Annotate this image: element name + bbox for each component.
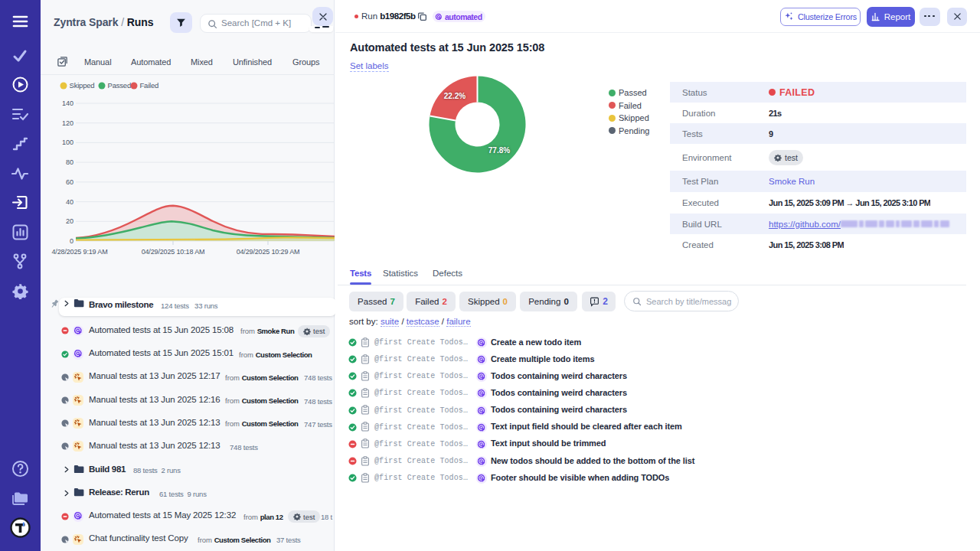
svg-text:80: 80 — [66, 158, 74, 166]
svg-text:4/28/2025 9:19 AM: 4/28/2025 9:19 AM — [51, 248, 107, 256]
svg-text:0: 0 — [70, 237, 74, 245]
svg-text:77.8%: 77.8% — [488, 146, 510, 155]
svg-text:140: 140 — [62, 99, 74, 107]
svg-text:Failed: Failed — [140, 81, 159, 90]
svg-text:Skipped: Skipped — [70, 81, 95, 90]
svg-text:120: 120 — [62, 119, 74, 127]
svg-text:Passed: Passed — [108, 81, 132, 90]
svg-text:100: 100 — [62, 139, 74, 146]
svg-text:60: 60 — [66, 178, 74, 186]
svg-text:04/29/2025 10:18 AM: 04/29/2025 10:18 AM — [142, 248, 205, 256]
svg-text:20: 20 — [66, 217, 74, 225]
svg-text:22.2%: 22.2% — [444, 92, 466, 100]
svg-text:04/29/2025 10:29 AM: 04/29/2025 10:29 AM — [237, 248, 300, 256]
svg-text:40: 40 — [66, 198, 74, 206]
